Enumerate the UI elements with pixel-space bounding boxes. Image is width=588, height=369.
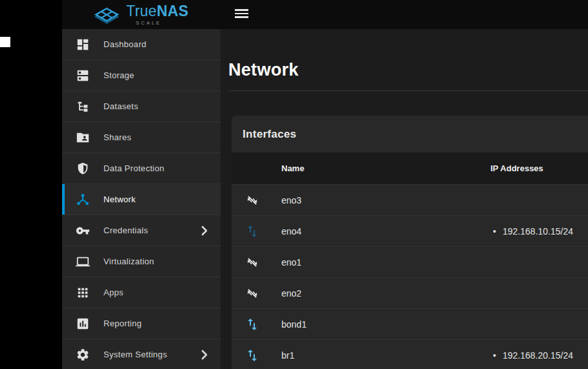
datasets-tree-icon bbox=[76, 100, 90, 114]
page-title: Network bbox=[228, 60, 588, 80]
card-title: Interfaces bbox=[243, 128, 296, 141]
sidebar-item-network[interactable]: Network bbox=[62, 184, 221, 215]
sidebar-item-label: System Settings bbox=[103, 350, 167, 359]
gear-icon bbox=[76, 348, 90, 362]
truenas-logo[interactable]: TrueNAS SCALE bbox=[93, 4, 188, 26]
app-window: TrueNAS SCALE Dashboard Storage Datasets… bbox=[62, 0, 588, 369]
interface-ip-cell: •192.168.10.15/24 bbox=[446, 226, 588, 237]
chevron-right-icon bbox=[201, 226, 208, 236]
folder-shared-icon bbox=[76, 131, 90, 145]
storage-icon bbox=[76, 69, 90, 83]
active-indicator-bar bbox=[62, 184, 65, 215]
sidebar-item-apps[interactable]: Apps bbox=[62, 277, 221, 308]
sidebar-item-label: Apps bbox=[103, 288, 124, 297]
sidebar-item-data-protection[interactable]: Data Protection bbox=[62, 153, 221, 184]
truenas-logo-icon bbox=[93, 5, 120, 25]
interface-name-cell: eno2 bbox=[281, 288, 446, 299]
sidebar-item-dashboard[interactable]: Dashboard bbox=[62, 29, 221, 60]
sidebar-item-reporting[interactable]: Reporting bbox=[62, 308, 221, 339]
sidebar: Dashboard Storage Datasets Shares Data P… bbox=[62, 29, 221, 369]
sidebar-item-virtualization[interactable]: Virtualization bbox=[62, 246, 221, 277]
interface-name-cell: eno1 bbox=[281, 257, 446, 268]
network-hub-icon bbox=[76, 193, 90, 207]
interface-name-cell: eno3 bbox=[281, 195, 446, 206]
table-header: Name IP Addresses bbox=[232, 153, 588, 184]
sidebar-item-system-settings[interactable]: System Settings bbox=[62, 339, 221, 369]
sidebar-item-datasets[interactable]: Datasets bbox=[62, 91, 221, 122]
table-body: eno3 eno4 •192.168.10.15/24 eno1 eno2 bo… bbox=[232, 184, 588, 369]
interface-down-icon bbox=[245, 286, 260, 301]
sidebar-item-label: Storage bbox=[103, 70, 135, 80]
sidebar-item-credentials[interactable]: Credentials bbox=[62, 215, 221, 246]
sidebar-item-label: Credentials bbox=[103, 226, 148, 235]
sidebar-item-storage[interactable]: Storage bbox=[62, 60, 221, 91]
sidebar-item-label: Virtualization bbox=[103, 257, 154, 266]
chevron-right-icon bbox=[201, 350, 208, 360]
table-row[interactable]: bond1 bbox=[232, 308, 588, 339]
hamburger-icon bbox=[235, 9, 248, 11]
sidebar-item-label: Reporting bbox=[103, 319, 142, 328]
shield-icon bbox=[76, 162, 90, 176]
laptop-icon bbox=[76, 255, 90, 269]
brand-name: TrueNAS bbox=[126, 4, 188, 19]
bar-chart-icon bbox=[76, 317, 90, 331]
table-row[interactable]: eno1 bbox=[232, 246, 588, 277]
table-row[interactable]: eno4 •192.168.10.15/24 bbox=[232, 215, 588, 246]
brand-edition: SCALE bbox=[136, 20, 188, 26]
apps-grid-icon bbox=[76, 286, 90, 300]
interface-name-cell: br1 bbox=[281, 350, 446, 361]
sidebar-item-label: Network bbox=[103, 195, 136, 204]
interface-up-icon bbox=[245, 224, 260, 239]
interface-up-icon bbox=[245, 348, 260, 363]
divider bbox=[228, 90, 588, 91]
table-row[interactable]: br1 •192.168.20.15/24 bbox=[232, 339, 588, 369]
sidebar-item-shares[interactable]: Shares bbox=[62, 122, 221, 153]
sidebar-item-label: Datasets bbox=[103, 101, 138, 111]
table-row[interactable]: eno2 bbox=[232, 277, 588, 308]
interface-name-cell: eno4 bbox=[281, 226, 446, 237]
desktop-artifact bbox=[0, 37, 10, 47]
dashboard-icon bbox=[76, 37, 90, 52]
column-header-ip-addresses: IP Addresses bbox=[446, 163, 588, 173]
interface-ip-cell: •192.168.20.15/24 bbox=[446, 350, 588, 361]
main-content: Network Interfaces Name IP Addresses eno… bbox=[221, 29, 588, 369]
interface-name-cell: bond1 bbox=[281, 319, 446, 330]
top-bar: TrueNAS SCALE bbox=[62, 0, 588, 29]
interface-up-icon bbox=[245, 317, 260, 332]
sidebar-item-label: Dashboard bbox=[103, 39, 146, 49]
interfaces-card: Interfaces Name IP Addresses eno3 eno4 •… bbox=[232, 116, 588, 369]
menu-toggle-button[interactable] bbox=[235, 9, 248, 18]
sidebar-item-label: Data Protection bbox=[103, 163, 164, 173]
sidebar-item-label: Shares bbox=[103, 132, 131, 142]
interface-down-icon bbox=[245, 255, 260, 270]
key-icon bbox=[76, 224, 90, 238]
column-header-name: Name bbox=[281, 163, 446, 173]
ip-bullet: • bbox=[493, 226, 496, 237]
ip-bullet: • bbox=[493, 350, 496, 361]
interface-down-icon bbox=[245, 193, 260, 208]
table-row[interactable]: eno3 bbox=[232, 184, 588, 215]
